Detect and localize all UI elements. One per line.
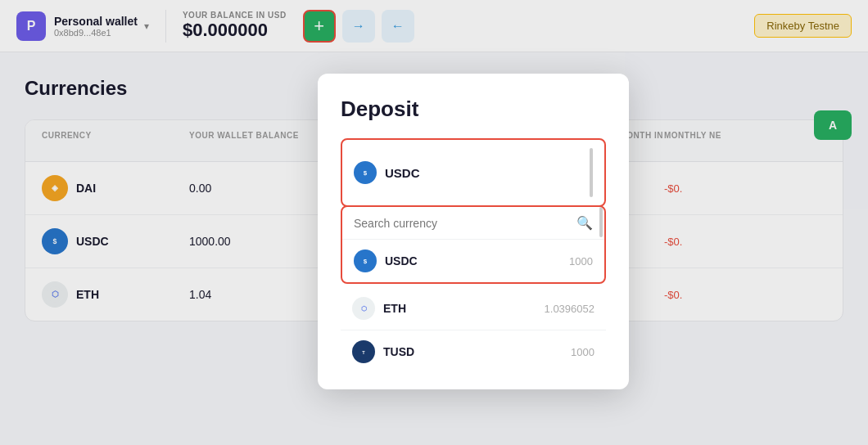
dropdown-item-usdc[interactable]: $ USDC 1000 (342, 240, 604, 282)
usdc-item-logo: $ (354, 249, 377, 272)
modal-title: Deposit (341, 97, 606, 122)
tusd-item-amount: 1000 (571, 346, 594, 347)
dropdown-item-left-tusd: T TUSD (352, 340, 414, 346)
eth-item-name: ETH (383, 302, 406, 315)
svg-text:⬡: ⬡ (361, 305, 367, 312)
scrollbar-indicator (590, 148, 593, 197)
tusd-item-logo: T (352, 340, 375, 346)
dropdown-item-eth[interactable]: ⬡ ETH 1.0396052 (341, 287, 606, 330)
selected-currency-logo: $ (354, 161, 377, 184)
usdc-item-amount: 1000 (569, 255, 593, 267)
dropdown-item-left-usdc: $ USDC (354, 249, 418, 272)
svg-text:$: $ (364, 169, 368, 177)
search-box: 🔍 (342, 207, 604, 240)
currency-select-box[interactable]: $ USDC (341, 138, 606, 207)
dropdown-items: $ USDC 1000 (342, 240, 604, 282)
dropdown-scrollbar (599, 207, 603, 237)
dropdown-item-left-eth: ⬡ ETH (352, 297, 406, 320)
eth-item-amount: 1.0396052 (545, 303, 594, 315)
extra-items: ⬡ ETH 1.0396052 T TUSD 1000 (341, 287, 606, 346)
search-input[interactable] (354, 217, 570, 230)
search-icon: 🔍 (576, 215, 593, 231)
dropdown-item-tusd[interactable]: T TUSD 1000 (341, 330, 606, 346)
selected-currency-name: USDC (385, 166, 420, 180)
deposit-modal: Deposit $ USDC 🔍 $ USDC (318, 74, 629, 346)
selected-currency-left: $ USDC (354, 161, 420, 184)
tusd-item-name: TUSD (383, 345, 414, 346)
currency-dropdown: 🔍 $ USDC 1000 (341, 205, 606, 284)
eth-item-logo: ⬡ (352, 297, 375, 320)
svg-point-12 (356, 344, 371, 346)
usdc-item-name: USDC (385, 254, 418, 267)
svg-text:$: $ (364, 258, 368, 265)
